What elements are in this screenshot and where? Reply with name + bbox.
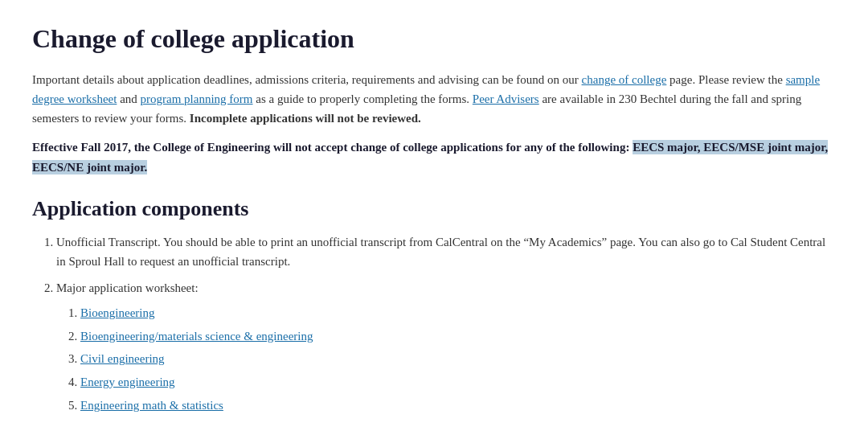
list-item-transcript: Unofficial Transcript. You should be abl…	[56, 232, 836, 273]
list-item: Civil engineering	[80, 349, 836, 369]
major-worksheet-sublist: Bioengineering Bioengineering/materials …	[80, 303, 836, 416]
intro-text-1: Important details about application dead…	[32, 73, 582, 86]
intro-text-3: and	[117, 92, 140, 105]
list-item: Bioengineering	[80, 303, 836, 323]
intro-text-4: as a guide to properly completing the fo…	[253, 92, 473, 105]
change-of-college-link[interactable]: change of college	[582, 73, 667, 86]
section2-title: Application components	[32, 197, 836, 221]
application-components-list: Unofficial Transcript. You should be abl…	[56, 232, 836, 416]
effective-notice-text: Effective Fall 2017, the College of Engi…	[32, 141, 633, 154]
peer-advisers-link[interactable]: Peer Advisers	[473, 92, 539, 105]
transcript-text: Unofficial Transcript. You should be abl…	[56, 236, 825, 269]
civil-engineering-link[interactable]: Civil engineering	[80, 352, 165, 365]
incomplete-notice: Incomplete applications will not be revi…	[190, 112, 421, 125]
list-item: Engineering math & statistics	[80, 396, 836, 416]
effective-notice-paragraph: Effective Fall 2017, the College of Engi…	[32, 138, 836, 178]
intro-paragraph: Important details about application dead…	[32, 70, 836, 128]
list-item: Bioengineering/materials science & engin…	[80, 326, 836, 347]
worksheet-label: Major application worksheet:	[56, 281, 199, 294]
engineering-math-statistics-link[interactable]: Engineering math & statistics	[80, 399, 223, 412]
list-item-worksheet: Major application worksheet: Bioengineer…	[56, 278, 836, 416]
energy-engineering-link[interactable]: Energy engineering	[80, 376, 175, 388]
list-item: Energy engineering	[80, 372, 836, 392]
intro-text-2: page. Please review the	[666, 73, 785, 86]
page-title: Change of college application	[32, 24, 836, 54]
program-planning-form-link[interactable]: program planning form	[141, 92, 253, 105]
bioengineering-materials-link[interactable]: Bioengineering/materials science & engin…	[80, 330, 313, 343]
bioengineering-link[interactable]: Bioengineering	[80, 306, 154, 319]
